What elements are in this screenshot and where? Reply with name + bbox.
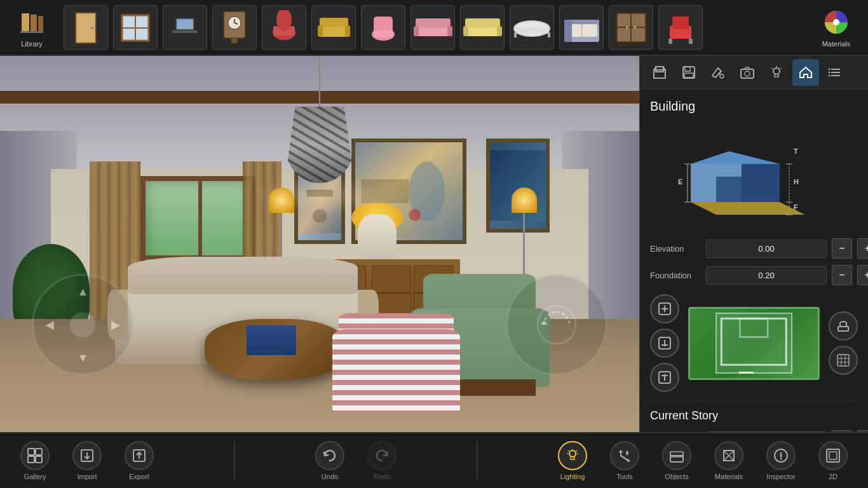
- stamp-btn[interactable]: [829, 311, 858, 341]
- sofa-back: [128, 257, 358, 294]
- panel-save-btn[interactable]: [675, 59, 702, 86]
- building-diagram: T H E F: [650, 124, 858, 226]
- furniture-bathtub[interactable]: [510, 5, 554, 50]
- divider-1: [234, 442, 235, 480]
- furniture-cabinet[interactable]: [609, 5, 653, 50]
- svg-text:T: T: [794, 147, 798, 155]
- furniture-sofa-yellow2[interactable]: [460, 5, 505, 50]
- elevation-row: Elevation − +: [650, 238, 858, 259]
- texture-btn[interactable]: [829, 346, 858, 375]
- panel-light-btn[interactable]: [763, 59, 790, 86]
- svg-point-143: [780, 458, 782, 460]
- furniture-laptop[interactable]: [163, 5, 207, 50]
- furniture-clock[interactable]: [212, 5, 257, 50]
- elevation-input[interactable]: [706, 240, 827, 258]
- library-button[interactable]: Library: [6, 2, 57, 53]
- furniture-scroll: [57, 5, 811, 50]
- svg-rect-0: [22, 13, 29, 31]
- svg-marker-65: [540, 320, 548, 325]
- undo-icon: [315, 441, 344, 470]
- floor-plan-preview[interactable]: [688, 307, 820, 380]
- export-label: Export: [129, 473, 149, 480]
- svg-rect-52: [668, 39, 672, 44]
- room-scene: ▲ ▼ ◀ ▶: [0, 56, 639, 432]
- furniture-sofa-yellow[interactable]: [311, 5, 356, 50]
- tools-icon: [610, 441, 639, 470]
- materials-icon-bottom: [714, 441, 743, 470]
- svg-rect-144: [827, 449, 839, 462]
- panel-building-btn[interactable]: [646, 59, 673, 86]
- nav-down-arrow[interactable]: ▼: [73, 348, 92, 367]
- lighting-icon: [558, 441, 587, 470]
- objects-btn[interactable]: Objects: [654, 441, 699, 480]
- materials-button[interactable]: Materials: [811, 2, 862, 53]
- 2d-btn[interactable]: 2D: [811, 441, 855, 480]
- floor-plan-inner: [715, 313, 792, 373]
- rotate-circle: [506, 274, 607, 376]
- library-icon: [17, 7, 47, 37]
- tools-btn[interactable]: Tools: [602, 441, 647, 480]
- foundation-decrease-btn[interactable]: −: [832, 265, 852, 285]
- nav-control-right[interactable]: [506, 274, 607, 376]
- panel-home-btn[interactable]: [792, 59, 819, 86]
- svg-rect-124: [28, 456, 34, 463]
- nav-right-arrow[interactable]: ▶: [106, 315, 125, 334]
- floor-lamp-right-head: [512, 187, 537, 213]
- furniture-sofa-pink[interactable]: [410, 5, 455, 50]
- add-below-btn[interactable]: [650, 329, 679, 358]
- gallery-btn[interactable]: Gallery: [13, 441, 57, 480]
- svg-point-6: [91, 27, 93, 29]
- svg-rect-34: [463, 26, 468, 36]
- furniture-chair-red[interactable]: [262, 5, 306, 50]
- current-story-title: Current Story: [650, 409, 858, 423]
- redo-icon: [367, 441, 397, 470]
- redo-btn[interactable]: Redo: [360, 441, 404, 480]
- striped-chair-body: [332, 329, 460, 414]
- import-btn[interactable]: Import: [65, 441, 109, 480]
- svg-point-62: [409, 209, 421, 221]
- furniture-chair-pink[interactable]: [361, 5, 405, 50]
- svg-point-107: [663, 308, 666, 310]
- svg-rect-116: [838, 327, 848, 331]
- nav-control-left[interactable]: ▲ ▼ ◀ ▶: [32, 274, 133, 376]
- elevation-increase-btn[interactable]: +: [857, 238, 868, 259]
- panel-list-btn[interactable]: [822, 59, 848, 86]
- furniture-door[interactable]: [64, 5, 108, 50]
- materials-btn-bottom[interactable]: Materials: [707, 441, 751, 480]
- undo-btn[interactable]: Undo: [308, 441, 352, 480]
- lamp-cord: [319, 56, 320, 107]
- add-story-btn[interactable]: [650, 294, 679, 323]
- svg-point-49: [634, 26, 636, 29]
- main-viewport[interactable]: ▲ ▼ ◀ ▶: [0, 56, 639, 432]
- foundation-input[interactable]: [706, 266, 827, 285]
- elevation-decrease-btn[interactable]: −: [832, 238, 852, 259]
- furniture-bed[interactable]: [559, 5, 604, 50]
- table-books: [247, 325, 295, 355]
- svg-rect-1: [31, 15, 37, 31]
- export-btn[interactable]: Export: [117, 441, 161, 480]
- furniture-window[interactable]: [113, 5, 158, 50]
- svg-line-132: [576, 451, 578, 452]
- svg-rect-43: [582, 24, 597, 37]
- svg-marker-89: [742, 164, 780, 202]
- nav-up-arrow[interactable]: ▲: [73, 282, 92, 301]
- elevation-label: Elevation: [650, 244, 701, 254]
- panel-camera-btn[interactable]: [734, 59, 761, 86]
- svg-line-79: [781, 68, 782, 69]
- svg-rect-72: [684, 73, 693, 78]
- library-label: Library: [21, 40, 43, 48]
- export-icon: [125, 441, 154, 470]
- svg-rect-30: [414, 26, 419, 36]
- inspector-btn[interactable]: Inspector: [759, 441, 803, 480]
- furniture-chair-red2[interactable]: [658, 5, 703, 50]
- materials-icon: [821, 7, 851, 37]
- svg-text:F: F: [794, 203, 798, 211]
- nav-left-arrow[interactable]: ◀: [40, 315, 59, 334]
- add-above-btn[interactable]: [650, 363, 679, 392]
- lighting-btn[interactable]: Lighting: [550, 441, 595, 480]
- svg-text:E: E: [678, 178, 682, 186]
- svg-rect-145: [829, 452, 837, 459]
- floor-lamp-left-head: [269, 187, 294, 213]
- panel-paint-btn[interactable]: [705, 59, 731, 86]
- foundation-increase-btn[interactable]: +: [857, 265, 868, 285]
